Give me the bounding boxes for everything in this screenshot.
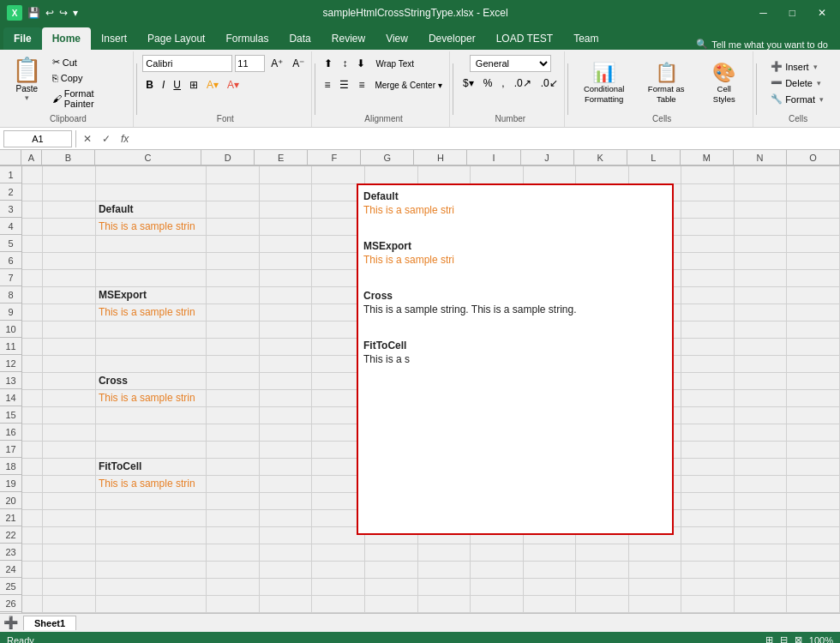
table-row[interactable]	[523, 183, 576, 201]
table-row[interactable]	[576, 424, 629, 441]
table-row[interactable]	[259, 321, 312, 338]
table-row[interactable]	[576, 235, 629, 252]
font-name-input[interactable]	[142, 55, 232, 72]
tab-view[interactable]: View	[375, 27, 418, 50]
table-row[interactable]	[471, 166, 524, 183]
table-row[interactable]	[312, 183, 365, 201]
table-row[interactable]	[364, 338, 417, 355]
table-row[interactable]	[95, 441, 206, 458]
table-row[interactable]	[681, 372, 735, 389]
table-row[interactable]	[471, 355, 524, 372]
col-header-l[interactable]: L	[627, 150, 681, 165]
table-row[interactable]	[259, 406, 312, 424]
merge-center-btn[interactable]: Merge & Center ▾	[370, 76, 446, 93]
table-row[interactable]	[417, 526, 471, 544]
table-row[interactable]	[364, 201, 417, 218]
table-row[interactable]	[417, 441, 471, 458]
table-row[interactable]	[364, 475, 417, 492]
table-row[interactable]	[22, 372, 43, 389]
table-row[interactable]: This is a sample strin	[95, 475, 206, 492]
table-row[interactable]	[471, 406, 524, 424]
table-row[interactable]	[43, 183, 96, 201]
table-row[interactable]	[207, 578, 260, 595]
table-row[interactable]	[259, 303, 312, 321]
table-row[interactable]	[207, 235, 260, 252]
col-header-o[interactable]: O	[787, 150, 840, 165]
table-row[interactable]	[523, 389, 576, 406]
table-row[interactable]	[734, 338, 787, 355]
table-row[interactable]	[734, 252, 787, 269]
row-header-6[interactable]: 6	[0, 252, 21, 269]
table-row[interactable]	[22, 235, 43, 252]
table-row[interactable]	[417, 389, 471, 406]
table-row[interactable]	[734, 355, 787, 372]
row-header-12[interactable]: 12	[0, 355, 21, 372]
currency-btn[interactable]: $▾	[459, 75, 477, 92]
wrap-text-btn[interactable]: Wrap Text	[371, 55, 418, 72]
table-row[interactable]	[576, 492, 629, 509]
table-row[interactable]	[259, 218, 312, 235]
table-row[interactable]	[681, 201, 735, 218]
table-row[interactable]	[364, 166, 417, 183]
table-row[interactable]	[471, 235, 524, 252]
table-row[interactable]	[523, 578, 576, 595]
table-row[interactable]	[95, 183, 206, 201]
row-header-18[interactable]: 18	[0, 458, 21, 475]
table-row[interactable]	[95, 166, 206, 183]
table-row[interactable]	[417, 252, 471, 269]
table-row[interactable]	[471, 201, 524, 218]
table-row[interactable]	[364, 441, 417, 458]
table-row[interactable]	[22, 303, 43, 321]
table-row[interactable]	[787, 321, 840, 338]
table-row[interactable]	[471, 578, 524, 595]
table-row[interactable]	[787, 458, 840, 475]
table-row[interactable]	[417, 269, 471, 286]
table-row[interactable]	[312, 321, 365, 338]
table-row[interactable]	[259, 252, 312, 269]
table-row[interactable]	[364, 578, 417, 595]
table-row[interactable]	[364, 561, 417, 578]
table-row[interactable]	[628, 441, 681, 458]
table-row[interactable]	[787, 372, 840, 389]
table-row[interactable]	[22, 561, 43, 578]
tab-review[interactable]: Review	[321, 27, 375, 50]
table-row[interactable]	[787, 252, 840, 269]
table-row[interactable]	[312, 595, 365, 612]
table-row[interactable]	[207, 201, 260, 218]
table-row[interactable]	[576, 321, 629, 338]
table-row[interactable]	[734, 269, 787, 286]
table-row[interactable]	[417, 321, 471, 338]
table-row[interactable]	[43, 201, 96, 218]
table-row[interactable]	[734, 286, 787, 303]
table-row[interactable]	[628, 406, 681, 424]
table-row[interactable]	[95, 269, 206, 286]
table-row[interactable]	[787, 595, 840, 612]
table-row[interactable]	[207, 561, 260, 578]
table-row[interactable]	[628, 201, 681, 218]
table-row[interactable]	[471, 338, 524, 355]
table-row[interactable]	[43, 286, 96, 303]
table-row[interactable]	[43, 561, 96, 578]
table-row[interactable]	[312, 492, 365, 509]
table-row[interactable]	[43, 166, 96, 183]
table-row[interactable]	[207, 441, 260, 458]
align-center-btn[interactable]: ☰	[336, 76, 352, 93]
table-row[interactable]	[312, 252, 365, 269]
table-row[interactable]	[364, 406, 417, 424]
table-row[interactable]	[734, 406, 787, 424]
table-row[interactable]	[22, 544, 43, 561]
table-row[interactable]	[523, 424, 576, 441]
table-row[interactable]	[417, 424, 471, 441]
layout-view-btn[interactable]: ⊟	[780, 634, 788, 643]
table-row[interactable]	[22, 389, 43, 406]
table-row[interactable]	[364, 286, 417, 303]
table-row[interactable]	[259, 235, 312, 252]
table-row[interactable]	[628, 166, 681, 183]
table-row[interactable]	[417, 458, 471, 475]
row-header-24[interactable]: 24	[0, 561, 21, 578]
maximize-btn[interactable]: □	[783, 7, 802, 19]
table-row[interactable]	[207, 475, 260, 492]
table-row[interactable]	[95, 355, 206, 372]
table-row[interactable]	[312, 441, 365, 458]
table-row[interactable]	[364, 492, 417, 509]
